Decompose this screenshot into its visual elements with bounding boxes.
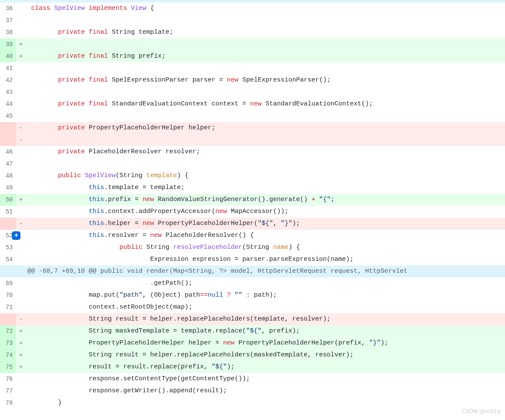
line-number[interactable]: 71 (0, 301, 16, 313)
code-content (26, 62, 505, 74)
line-number[interactable]: 36 (0, 3, 16, 15)
diff-sign: + (16, 349, 26, 361)
code-content (26, 86, 505, 98)
code-row[interactable]: 72+ String maskedTemplate = template.rep… (0, 325, 505, 337)
line-number[interactable]: 38 (0, 26, 16, 38)
code-row[interactable]: 39+ (0, 38, 505, 50)
diff-sign: + (16, 50, 26, 62)
line-number[interactable]: 70 (0, 289, 16, 301)
code-row[interactable]: - private PropertyPlaceholderHelper help… (0, 122, 505, 134)
diff-sign (16, 15, 26, 26)
code-row[interactable]: 43 (0, 86, 505, 98)
diff-sign (16, 26, 26, 38)
diff-sign (16, 254, 26, 265)
code-row[interactable]: - (0, 134, 505, 146)
code-row[interactable]: 54 Expression expression = parser.parseE… (0, 254, 505, 265)
code-content: String maskedTemplate = template.replace… (26, 325, 505, 337)
code-row[interactable]: 53 public String resolvePlaceholder(Stri… (0, 242, 505, 254)
line-number[interactable]: 44 (0, 98, 16, 110)
code-row[interactable]: 50+ this.prefix = new RandomValueStringG… (0, 194, 505, 206)
line-number[interactable]: 76 (0, 373, 16, 385)
line-number[interactable]: 49 (0, 182, 16, 194)
diff-sign (16, 277, 26, 289)
code-content: response.getWriter().append(result); (26, 385, 505, 397)
code-row[interactable]: 78 } (0, 397, 505, 409)
code-row[interactable]: 42 private final SpelExpressionParser pa… (0, 74, 505, 86)
line-number[interactable] (0, 313, 16, 325)
line-number[interactable] (0, 218, 16, 230)
code-content: public String resolvePlaceholder(String … (26, 242, 505, 254)
line-number[interactable]: 43 (0, 86, 16, 98)
hunk-header-row[interactable]: @@ -68,7 +69,10 @@ public void render(Ma… (0, 265, 505, 277)
hunk-header-text: @@ -68,7 +69,10 @@ public void render(Ma… (26, 265, 505, 277)
code-content (26, 158, 505, 170)
line-number[interactable]: 53 (0, 242, 16, 254)
line-number[interactable]: 74 (0, 349, 16, 361)
line-number[interactable]: 41 (0, 62, 16, 74)
code-content: class SpelView implements View { (26, 3, 505, 15)
line-number[interactable]: 50 (0, 194, 16, 206)
diff-sign (16, 385, 26, 397)
code-content: private final StandardEvaluationContext … (26, 98, 505, 110)
line-number[interactable]: 51 (0, 206, 16, 218)
code-row[interactable]: 45 (0, 110, 505, 122)
code-content: PropertyPlaceholderHelper helper = new P… (26, 337, 505, 349)
code-row[interactable]: 37 (0, 15, 505, 26)
code-content (26, 134, 505, 146)
code-row[interactable]: 70 map.put("path", (Object) path==null ?… (0, 289, 505, 301)
diff-sign (16, 146, 26, 158)
code-row[interactable]: 40+ private final String prefix; (0, 50, 505, 62)
line-number[interactable]: 69 (0, 277, 16, 289)
line-number[interactable]: 75 (0, 361, 16, 373)
code-row[interactable]: 75+ result = result.replace(prefix, "${"… (0, 361, 505, 373)
code-row[interactable]: 73+ PropertyPlaceholderHelper helper = n… (0, 337, 505, 349)
diff-sign (16, 74, 26, 86)
line-number[interactable]: 46 (0, 146, 16, 158)
line-number[interactable]: 73 (0, 337, 16, 349)
line-number[interactable]: 48 (0, 170, 16, 182)
code-row[interactable]: 41 (0, 62, 505, 74)
code-row[interactable]: 44 private final StandardEvaluationConte… (0, 98, 505, 110)
diff-sign (16, 110, 26, 122)
code-row[interactable]: 51 this.context.addPropertyAccessor(new … (0, 206, 505, 218)
line-number[interactable]: 78 (0, 397, 16, 409)
code-content: Expression expression = parser.parseExpr… (26, 254, 505, 265)
line-number[interactable]: 45 (0, 110, 16, 122)
code-row[interactable]: 77 response.getWriter().append(result); (0, 385, 505, 397)
line-number[interactable] (0, 122, 16, 134)
code-row[interactable]: 69 .getPath(); (0, 277, 505, 289)
diff-sign (16, 62, 26, 74)
diff-sign (16, 242, 26, 254)
code-row[interactable]: 38 private final String template; (0, 26, 505, 38)
code-row[interactable]: 74+ String result = helper.replacePlaceh… (0, 349, 505, 361)
line-number[interactable]: 72 (0, 325, 16, 337)
diff-sign (16, 397, 26, 409)
diff-sign (16, 170, 26, 182)
code-content: this.helper = new PropertyPlaceholderHel… (26, 218, 505, 230)
code-row[interactable]: 71 context.setRootObject(map); (0, 301, 505, 313)
line-number[interactable] (0, 134, 16, 146)
code-content: private final String prefix; (26, 50, 505, 62)
diff-sign: - (16, 218, 26, 230)
code-row[interactable]: 46 private PlaceholderResolver resolver; (0, 146, 505, 158)
code-row[interactable]: 49 this.template = template; (0, 182, 505, 194)
line-number[interactable]: 54 (0, 254, 16, 265)
code-row[interactable]: 52+ this.resolver = new PlaceholderResol… (0, 230, 505, 242)
line-number[interactable]: 37 (0, 15, 16, 26)
code-row[interactable]: 36 class SpelView implements View { (0, 3, 505, 15)
code-row[interactable]: - String result = helper.replacePlacehol… (0, 313, 505, 325)
line-number[interactable]: 77 (0, 385, 16, 397)
diff-sign (16, 3, 26, 15)
code-row[interactable]: 48 public SpelView(String template) { (0, 170, 505, 182)
code-row[interactable]: 76 response.setContentType(getContentTyp… (0, 373, 505, 385)
diff-sign (16, 373, 26, 385)
code-row[interactable]: - this.helper = new PropertyPlaceholderH… (0, 218, 505, 230)
add-comment-icon[interactable]: + (12, 231, 20, 240)
diff-sign (16, 182, 26, 194)
line-number[interactable]: 40 (0, 50, 16, 62)
line-number[interactable]: 39 (0, 38, 16, 50)
code-row[interactable]: 47 (0, 158, 505, 170)
diff-sign (16, 289, 26, 301)
line-number[interactable]: 42 (0, 74, 16, 86)
line-number[interactable]: 47 (0, 158, 16, 170)
